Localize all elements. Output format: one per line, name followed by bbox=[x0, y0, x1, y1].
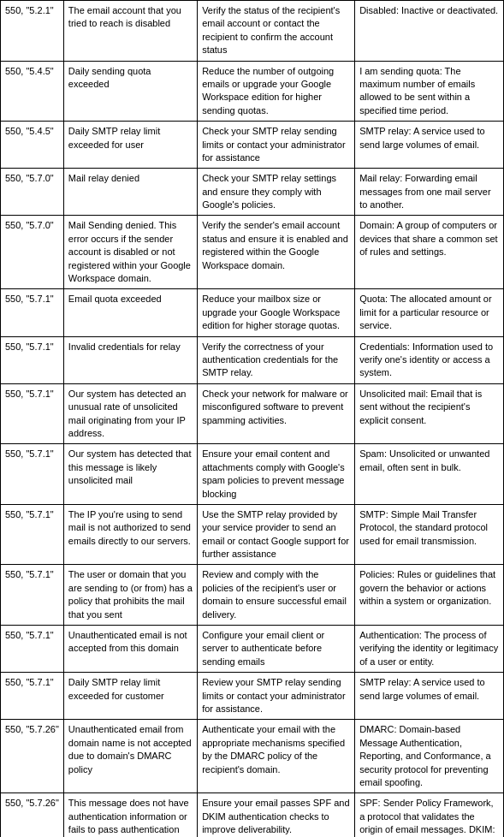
error-definition: Mail relay: Forwarding email messages fr… bbox=[355, 169, 504, 216]
error-description: Email quota exceeded bbox=[63, 289, 197, 336]
error-code: 550, "5.7.1" bbox=[1, 673, 64, 720]
error-action: Reduce the number of outgoing emails or … bbox=[198, 61, 355, 122]
error-description: Daily sending quota exceeded bbox=[63, 61, 197, 122]
error-description: The email account that you tried to reac… bbox=[63, 1, 197, 62]
error-code: 550, "5.2.1" bbox=[1, 1, 64, 62]
error-definition: Unsolicited mail: Email that is sent wit… bbox=[355, 383, 504, 444]
error-action: Check your SMTP relay settings and ensur… bbox=[198, 169, 355, 216]
error-table: 550, "5.2.1"The email account that you t… bbox=[0, 0, 504, 837]
error-code: 550, "5.7.1" bbox=[1, 383, 64, 444]
error-description: Our system has detected an unusual rate … bbox=[63, 383, 197, 444]
table-row: 550, "5.7.1"Unauthenticated email is not… bbox=[1, 626, 504, 673]
error-action: Authenticate your email with the appropr… bbox=[198, 720, 355, 793]
error-code: 550, "5.4.5" bbox=[1, 61, 64, 122]
error-action: Verify the sender's email account status… bbox=[198, 216, 355, 289]
table-row: 550, "5.7.1"Our system has detected an u… bbox=[1, 383, 504, 444]
error-action: Check your SMTP relay sending limits or … bbox=[198, 122, 355, 169]
error-code: 550, "5.7.1" bbox=[1, 336, 64, 383]
error-code: 550, "5.7.1" bbox=[1, 504, 64, 565]
error-action: Review and comply with the policies of t… bbox=[198, 565, 355, 626]
error-definition: Domain: A group of computers or devices … bbox=[355, 216, 504, 289]
table-row: 550, "5.2.1"The email account that you t… bbox=[1, 1, 504, 62]
error-code: 550, "5.7.1" bbox=[1, 289, 64, 336]
error-code: 550, "5.7.0" bbox=[1, 216, 64, 289]
error-code: 550, "5.4.5" bbox=[1, 122, 64, 169]
error-description: The IP you're using to send mail is not … bbox=[63, 504, 197, 565]
table-row: 550, "5.7.0"Mail relay deniedCheck your … bbox=[1, 169, 504, 216]
error-definition: SMTP: Simple Mail Transfer Protocol, the… bbox=[355, 504, 504, 565]
error-description: Invalid credentials for relay bbox=[63, 336, 197, 383]
table-row: 550, "5.7.1"The user or domain that you … bbox=[1, 565, 504, 626]
error-definition: DMARC: Domain-based Message Authenticati… bbox=[355, 720, 504, 793]
error-description: This message does not have authenticatio… bbox=[63, 793, 197, 837]
error-description: Mail Sending denied. This error occurs i… bbox=[63, 216, 197, 289]
error-action: Verify the correctness of your authentic… bbox=[198, 336, 355, 383]
error-description: The user or domain that you are sending … bbox=[63, 565, 197, 626]
error-definition: Spam: Unsolicited or unwanted email, oft… bbox=[355, 444, 504, 505]
table-row: 550, "5.7.1"Our system has detected that… bbox=[1, 444, 504, 505]
error-action: Review your SMTP relay sending limits or… bbox=[198, 673, 355, 720]
error-action: Check your network for malware or miscon… bbox=[198, 383, 355, 444]
error-description: Daily SMTP relay limit exceeded for cust… bbox=[63, 673, 197, 720]
error-definition: I am sending quota: The maximum number o… bbox=[355, 61, 504, 122]
error-action: Ensure your email passes SPF and DKIM au… bbox=[198, 793, 355, 837]
table-row: 550, "5.7.26"Unauthenticated email from … bbox=[1, 720, 504, 793]
error-code: 550, "5.7.26" bbox=[1, 793, 64, 837]
error-code: 550, "5.7.1" bbox=[1, 565, 64, 626]
error-definition: Credentials: Information used to verify … bbox=[355, 336, 504, 383]
error-definition: Policies: Rules or guidelines that gover… bbox=[355, 565, 504, 626]
error-description: Daily SMTP relay limit exceeded for user bbox=[63, 122, 197, 169]
table-row: 550, "5.4.5"Daily sending quota exceeded… bbox=[1, 61, 504, 122]
table-row: 550, "5.7.1"Daily SMTP relay limit excee… bbox=[1, 673, 504, 720]
error-code: 550, "5.7.26" bbox=[1, 720, 64, 793]
error-action: Use the SMTP relay provided by your serv… bbox=[198, 504, 355, 565]
table-row: 550, "5.7.1"The IP you're using to send … bbox=[1, 504, 504, 565]
error-definition: Quota: The allocated amount or limit for… bbox=[355, 289, 504, 336]
error-definition: SMTP relay: A service used to send large… bbox=[355, 673, 504, 720]
error-action: Reduce your mailbox size or upgrade your… bbox=[198, 289, 355, 336]
error-description: Our system has detected that this messag… bbox=[63, 444, 197, 505]
error-code: 550, "5.7.1" bbox=[1, 444, 64, 505]
table-row: 550, "5.7.1"Email quota exceededReduce y… bbox=[1, 289, 504, 336]
error-definition: Disabled: Inactive or deactivated. bbox=[355, 1, 504, 62]
table-row: 550, "5.7.26"This message does not have … bbox=[1, 793, 504, 837]
error-description: Mail relay denied bbox=[63, 169, 197, 216]
error-description: Unauthenticated email from domain name i… bbox=[63, 720, 197, 793]
error-definition: SPF: Sender Policy Framework, a protocol… bbox=[355, 793, 504, 837]
error-action: Verify the status of the recipient's ema… bbox=[198, 1, 355, 62]
error-action: Configure your email client or server to… bbox=[198, 626, 355, 673]
table-row: 550, "5.7.0"Mail Sending denied. This er… bbox=[1, 216, 504, 289]
error-definition: Authentication: The process of verifying… bbox=[355, 626, 504, 673]
error-definition: SMTP relay: A service used to send large… bbox=[355, 122, 504, 169]
table-row: 550, "5.4.5"Daily SMTP relay limit excee… bbox=[1, 122, 504, 169]
error-code: 550, "5.7.0" bbox=[1, 169, 64, 216]
error-code: 550, "5.7.1" bbox=[1, 626, 64, 673]
error-description: Unauthenticated email is not accepted fr… bbox=[63, 626, 197, 673]
error-action: Ensure your email content and attachment… bbox=[198, 444, 355, 505]
table-row: 550, "5.7.1"Invalid credentials for rela… bbox=[1, 336, 504, 383]
